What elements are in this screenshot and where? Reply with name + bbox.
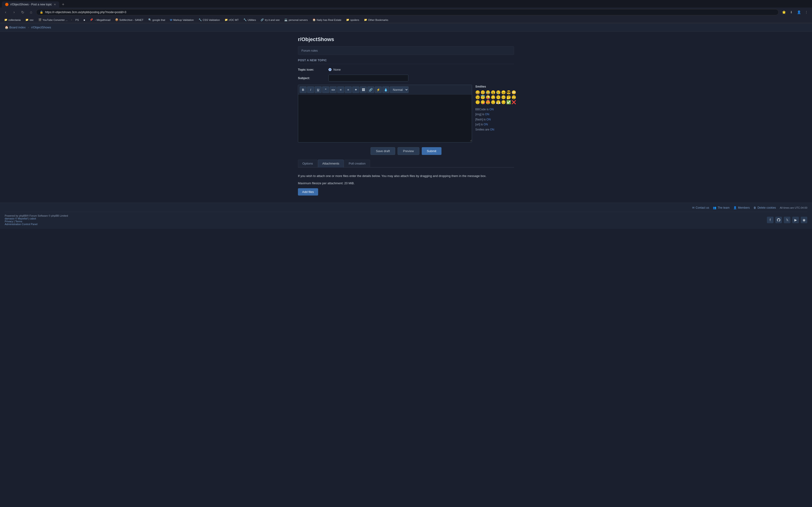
link-button[interactable]: 🔗 [367,87,374,93]
italic-button[interactable]: I [307,87,314,93]
the-team-link[interactable]: 👥 The team [713,206,729,209]
smiley-12[interactable]: 😏 [491,95,496,100]
color-button[interactable]: 💧 [382,87,389,93]
bookmark-personal-servers[interactable]: 💻 personal servers [283,18,309,22]
bookmark-naily[interactable]: 🏠 Naily has Real Estate [311,18,343,22]
smiley-3[interactable]: 😂 [486,90,490,95]
terms-link[interactable]: Terms [15,220,22,223]
add-files-button[interactable]: Add files [298,188,318,195]
bookmark-spoilers[interactable]: 📁 spoilers [344,18,361,22]
list-button[interactable]: ≡ [337,87,344,93]
breadcrumb-home-link[interactable]: Board index [9,25,26,29]
rss-icon[interactable]: ◉ [801,217,807,223]
delete-cookies-link[interactable]: 🗑 Delete cookies [754,206,776,209]
subject-input[interactable] [328,75,408,81]
smiley-16[interactable]: 😲 [511,95,516,100]
ordered-list-button[interactable]: ≡ [345,87,352,93]
twitter-icon[interactable]: 𝕏 [784,217,791,223]
active-tab[interactable]: r/ObjectShows - Post a new topic ✕ [2,1,59,7]
forum-rules-box[interactable]: Forum rules [298,46,514,55]
image-button[interactable]: 🖼 [360,87,367,93]
smiley-11[interactable]: 😜 [486,95,490,100]
tab-options[interactable]: Options [298,160,317,167]
facebook-icon[interactable]: f [767,217,773,223]
smiley-23[interactable]: ✅ [506,100,511,105]
bookmark-try-it[interactable]: 🔗 try it and see [259,18,282,22]
bookmark-other-label: Other Bookmarks [368,18,388,21]
bookmark-youtube-converter[interactable]: 🎬 YouTube Converter ... [37,18,69,22]
bookmark-utilities[interactable]: 🔧 Utilities [242,18,258,22]
flash-button[interactable]: ⚡ [375,87,382,93]
topic-icon-none-radio[interactable] [328,68,332,71]
smiley-4[interactable]: 😮 [491,90,496,95]
font-size-select[interactable]: Normal Small Large [390,87,409,93]
smiley-24[interactable]: ❌ [511,100,516,105]
bookmark-collectania[interactable]: 📁 collectania [2,18,22,22]
smiley-6[interactable]: 😠 [501,90,506,95]
bookmark-osc[interactable]: 📁 osc [23,18,36,22]
refresh-button[interactable]: ↻ [19,9,26,15]
breadcrumb-forum-link[interactable]: r/ObjectShows [31,25,51,29]
editor-toolbar-container: B I U " <> ≡ ≡ ✦ 🖼 🔗 ⚡ 💧 Normal [298,85,472,95]
smiley-22[interactable]: 😔 [501,100,506,105]
smiley-17[interactable]: 🙂 [475,100,480,105]
bookmark-markup-validation[interactable]: W Markup Validation [168,18,196,22]
quote-button[interactable]: " [322,87,329,93]
smiley-19[interactable]: 😍 [486,100,490,105]
new-tab-button[interactable]: + [60,1,66,7]
members-link[interactable]: 👤 Members [733,206,750,209]
bold-button[interactable]: B [300,87,307,93]
cabot-link[interactable]: cabot [30,217,36,220]
smiley-10[interactable]: 😇 [480,95,485,100]
admin-panel-link[interactable]: Administration Control Panel [5,223,37,226]
smiley-1[interactable]: 😀 [475,90,480,95]
message-textarea[interactable] [298,95,472,142]
bookmark-softarchive-icon: 📦 [115,18,118,21]
github-icon[interactable] [775,217,782,223]
underline-button[interactable]: U [315,87,322,93]
smiley-9[interactable]: 😉 [475,95,480,100]
damasio-link[interactable]: damasio © Mazeltof [5,217,28,220]
tab-poll-creation[interactable]: Poll creation [344,160,370,167]
smiley-14[interactable]: 😐 [501,95,506,100]
bookmark-other[interactable]: 📁 Other Bookmarks [362,18,390,22]
bookmark-megathread[interactable]: 📌 →Megathread [88,18,112,22]
img-on: ON [485,113,489,116]
topic-icon-none-option[interactable]: None [328,68,514,71]
extensions-icon[interactable]: ⭐ [780,9,787,15]
smilies-title: Smilies [475,85,514,88]
bookmark-softarchive[interactable]: 📦 SoftArchive - SANET [113,18,145,22]
tab-close-button[interactable]: ✕ [54,3,56,6]
youtube-icon[interactable]: ▶ [792,217,799,223]
bookmark-roc-mt[interactable]: 📁 r/OC MT [223,18,241,22]
download-icon[interactable]: ⬇ [788,9,795,15]
smiley-8[interactable]: 😳 [511,90,516,95]
bookmark-ps[interactable]: PS [73,18,81,22]
smiley-18[interactable]: 😋 [480,100,485,105]
smiley-21[interactable]: 😤 [496,100,501,105]
smiley-5[interactable]: 😢 [496,90,501,95]
smiley-2[interactable]: 😊 [480,90,485,95]
address-bar[interactable]: 🔒 https://r-objectshows.3cm.us/phpbb/pos… [36,9,779,15]
home-button[interactable]: ⌂ [28,9,34,15]
forward-button[interactable]: › [11,9,17,15]
smiley-13[interactable]: 😕 [496,95,501,100]
bookmark-css-validation[interactable]: 🔧 CSS Validation [197,18,222,22]
privacy-link[interactable]: Privacy [5,220,13,223]
menu-icon[interactable]: ⋮ [803,9,810,15]
bookmark-square[interactable]: ■ [82,18,87,22]
code-button[interactable]: <> [329,87,337,93]
tab-title: r/ObjectShows - Post a new topic [10,3,52,6]
preview-button[interactable]: Preview [398,147,419,155]
back-button[interactable]: ‹ [2,9,9,15]
tab-attachments[interactable]: Attachments [318,160,344,168]
smiley-20[interactable]: 😒 [491,100,496,105]
profile-icon[interactable]: 👤 [796,9,802,15]
contact-us-link[interactable]: ✉ Contact us [692,206,709,209]
submit-button[interactable]: Submit [422,147,442,155]
smiley-7[interactable]: 😎 [506,90,511,95]
bookmark-google-that[interactable]: 🔍 google that [146,18,167,22]
smiley-15[interactable]: 🤔 [506,95,511,100]
save-draft-button[interactable]: Save draft [370,147,395,155]
special-button[interactable]: ✦ [352,87,359,93]
